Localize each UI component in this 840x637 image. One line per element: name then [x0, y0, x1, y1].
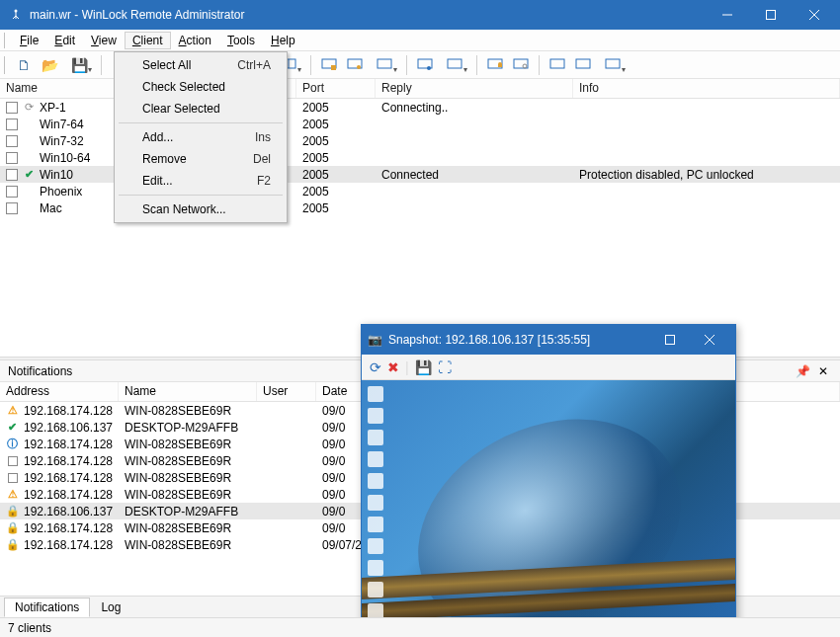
svg-rect-20: [666, 336, 675, 345]
snapshot-close[interactable]: [690, 325, 729, 355]
tb-b-icon[interactable]: [571, 53, 595, 77]
tab-notifications[interactable]: Notifications: [4, 597, 90, 617]
col-port[interactable]: Port: [296, 79, 376, 98]
client-checkbox[interactable]: [6, 135, 18, 147]
tb-a-icon[interactable]: [546, 53, 569, 77]
tb-bell-icon[interactable]: [483, 53, 507, 77]
tb-save-icon[interactable]: 💾: [63, 53, 95, 77]
ss-fit-icon[interactable]: ⛶: [438, 359, 452, 375]
notifications-title: Notifications: [8, 364, 72, 378]
menubar: FileEditViewClientActionToolsHelp: [0, 30, 840, 51]
menuitem-check-selected[interactable]: Check Selected: [117, 76, 285, 98]
svg-rect-13: [448, 59, 462, 68]
menu-file[interactable]: File: [12, 32, 46, 49]
tb-open-icon[interactable]: 📂: [38, 53, 61, 77]
snapshot-title: Snapshot: 192.168.106.137 [15:35:55]: [388, 333, 650, 347]
close-button[interactable]: [793, 0, 836, 30]
menu-client[interactable]: Client: [125, 32, 171, 49]
ncol-name[interactable]: Name: [119, 382, 257, 401]
tb-mon-key-icon[interactable]: [343, 53, 367, 77]
camera-icon: 📷: [368, 333, 382, 347]
ncol-user[interactable]: User: [257, 382, 316, 401]
client-checkbox[interactable]: [6, 169, 18, 181]
menuitem-clear-selected[interactable]: Clear Selected: [117, 98, 285, 119]
tb-mon-lock-icon[interactable]: [317, 53, 341, 77]
snapshot-toolbar: ⟳ ✖ | 💾 ⛶: [362, 355, 735, 380]
client-checkbox[interactable]: [6, 119, 18, 130]
tb-new-icon[interactable]: 🗋: [12, 53, 36, 77]
titlebar[interactable]: main.wr - WinLock Remote Administrator: [0, 0, 840, 30]
menu-view[interactable]: View: [83, 32, 125, 49]
client-checkbox[interactable]: [6, 152, 18, 164]
tb-menu-icon[interactable]: [597, 53, 629, 77]
menu-tools[interactable]: Tools: [219, 32, 263, 49]
client-checkbox[interactable]: [6, 186, 18, 198]
col-reply[interactable]: Reply: [376, 79, 573, 98]
svg-rect-17: [550, 59, 564, 68]
window-title: main.wr - WinLock Remote Administrator: [30, 8, 706, 22]
minimize-button[interactable]: [706, 0, 749, 30]
toolbar-grip[interactable]: [4, 56, 8, 74]
ncol-address[interactable]: Address: [0, 382, 119, 401]
svg-rect-18: [576, 59, 590, 68]
menuitem-edit-[interactable]: Edit...F2: [117, 170, 285, 192]
statusbar: 7 clients: [0, 617, 840, 637]
snapshot-maximize[interactable]: [650, 325, 690, 355]
svg-point-16: [523, 64, 527, 68]
menuitem-remove[interactable]: RemoveDel: [117, 148, 285, 170]
svg-point-12: [427, 66, 431, 70]
menuitem-select-all[interactable]: Select AllCtrl+A: [117, 54, 285, 76]
tb-net1-icon[interactable]: [413, 53, 437, 77]
snapshot-canvas: [362, 380, 735, 617]
tb-search-icon[interactable]: [509, 53, 533, 77]
client-checkbox[interactable]: [6, 102, 18, 114]
svg-rect-10: [378, 59, 391, 68]
col-info[interactable]: Info: [573, 79, 840, 98]
menu-help[interactable]: Help: [263, 32, 303, 49]
menuitem-add-[interactable]: Add...Ins: [117, 126, 285, 148]
svg-rect-19: [606, 59, 620, 68]
tb-mon-gear-icon[interactable]: [369, 53, 400, 77]
menu-edit[interactable]: Edit: [46, 32, 83, 49]
ss-refresh-icon[interactable]: ⟳: [370, 359, 381, 375]
tb-net2-icon[interactable]: [439, 53, 470, 77]
client-menu-dropdown: Select AllCtrl+ACheck SelectedClear Sele…: [114, 51, 288, 223]
main-window: main.wr - WinLock Remote Administrator F…: [0, 0, 840, 637]
ss-stop-icon[interactable]: ✖: [387, 359, 399, 375]
svg-rect-1: [767, 11, 776, 20]
menubar-grip[interactable]: [4, 33, 8, 48]
ss-save-icon[interactable]: 💾: [415, 359, 432, 375]
menu-action[interactable]: Action: [171, 32, 219, 49]
svg-rect-15: [514, 59, 528, 68]
status-text: 7 clients: [8, 621, 51, 635]
snapshot-titlebar[interactable]: 📷 Snapshot: 192.168.106.137 [15:35:55]: [362, 325, 735, 355]
svg-point-9: [357, 65, 361, 69]
tab-log[interactable]: Log: [90, 597, 131, 617]
snapshot-window[interactable]: 📷 Snapshot: 192.168.106.137 [15:35:55] ⟳…: [361, 324, 736, 617]
panel-close-icon[interactable]: ✕: [814, 364, 832, 378]
pin-icon[interactable]: 📌: [792, 364, 814, 378]
client-checkbox[interactable]: [6, 202, 18, 214]
app-icon: [8, 7, 24, 23]
maximize-button[interactable]: [749, 0, 793, 30]
menuitem-scan-network-[interactable]: Scan Network...: [117, 199, 285, 220]
svg-rect-7: [331, 65, 336, 70]
